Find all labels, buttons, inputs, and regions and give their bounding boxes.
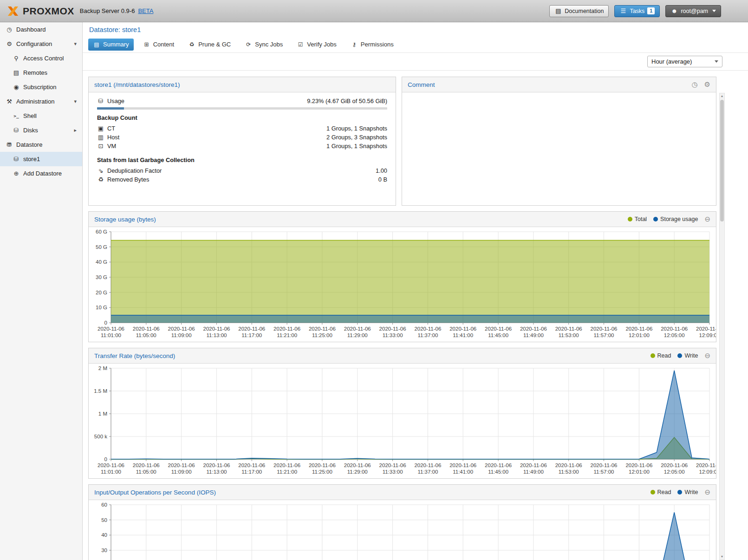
chart-header: Transfer Rate (bytes/second)ReadWrite⊖ [89,348,716,364]
key-icon: ⚲ [13,55,20,62]
sidebar-item-datastore[interactable]: ⛃Datastore [0,137,82,152]
legend-item-write[interactable]: Write [677,489,698,495]
tab-label: Summary [103,41,129,48]
collapse-icon[interactable]: ⊖ [704,352,710,360]
compress-icon: ⇘ [97,167,104,174]
tab-prune-gc[interactable]: ♻ Prune & GC [183,39,235,51]
legend-item-read[interactable]: Read [650,352,671,359]
svg-text:12:01:00: 12:01:00 [629,469,650,475]
svg-text:11:13:00: 11:13:00 [207,332,227,338]
collapse-icon[interactable]: ⊖ [704,215,710,223]
backup-count-heading: Backup Count [97,114,387,121]
svg-text:2020-11-06: 2020-11-06 [238,326,265,332]
sidebar-item-store1[interactable]: ⛁store1 [0,152,82,166]
tasks-count-badge: 1 [647,7,655,14]
svg-text:2020-11-06: 2020-11-06 [379,462,406,468]
svg-text:50: 50 [101,517,107,523]
tab-label: Content [153,41,175,48]
svg-text:2020-11-06: 2020-11-06 [98,462,124,468]
user-menu-button[interactable]: ☻ root@pam [665,5,721,17]
documentation-button[interactable]: ▤ Documentation [549,5,609,17]
sidebar-item-configuration[interactable]: ⚙Configuration▾ [0,37,82,51]
usage-progress-bar [97,107,387,110]
svg-text:2020-11-06: 2020-11-06 [449,462,476,468]
svg-text:1.5 M: 1.5 M [94,388,107,394]
gear-icon[interactable]: ⚙ [704,80,710,89]
sidebar-item-add-datastore[interactable]: ⊕Add Datastore [0,166,82,181]
scroll-up-arrow[interactable]: ▲ [720,93,724,99]
sidebar-item-dashboard[interactable]: ◷Dashboard [0,22,82,37]
cube-icon: ▣ [97,125,104,132]
svg-text:2020-11-06: 2020-11-06 [273,326,300,332]
sidebar: ◷Dashboard⚙Configuration▾⚲Access Control… [0,22,83,560]
sidebar-item-label: store1 [23,156,40,163]
svg-text:11:41:00: 11:41:00 [453,332,473,338]
chart-canvas: 2020-11-0611:01:002020-11-0611:05:002020… [89,500,716,560]
legend-label: Read [657,489,671,495]
svg-text:2020-11-06: 2020-11-06 [203,462,230,468]
book-icon: ▤ [554,7,562,14]
time-range-select[interactable]: Hour (average) [647,56,722,67]
svg-text:11:05:00: 11:05:00 [136,332,156,338]
check-circle-icon: ☑ [297,41,304,48]
svg-text:2020-11-06: 2020-11-06 [379,326,406,332]
tasks-button[interactable]: ☰ Tasks 1 [614,5,660,17]
main-area: Datastore: store1 ▤ Summary ⊞ Content ♻ … [83,22,748,560]
svg-text:12:05:00: 12:05:00 [664,332,685,338]
legend-label: Write [684,489,698,495]
tab-permissions[interactable]: ⚷ Permissions [346,39,398,51]
chevron-down-icon[interactable]: ▾ [74,98,77,104]
svg-text:11:01:00: 11:01:00 [101,469,121,475]
tab-label: Permissions [361,41,394,48]
legend-item-storage-usage[interactable]: Storage usage [653,216,698,222]
topbar-actions: ▤ Documentation ☰ Tasks 1 ☻ root@pam [549,5,748,17]
svg-text:2020-11-06: 2020-11-06 [591,326,618,332]
panel-body: ⛁ Usage 9.23% (4.67 GiB of 50.56 GiB) Ba… [89,92,396,184]
svg-text:2020-11-06: 2020-11-06 [696,326,716,332]
scrollbar-thumb[interactable] [720,100,724,221]
collapse-icon[interactable]: ⊖ [704,488,710,496]
svg-text:11:53:00: 11:53:00 [559,469,579,475]
svg-text:2020-11-06: 2020-11-06 [520,326,547,332]
proxmox-logo: PROXMOX [0,5,74,18]
legend-label: Read [657,352,671,359]
sidebar-item-disks[interactable]: ⛁Disks▸ [0,123,82,137]
legend-item-write[interactable]: Write [677,352,698,359]
tab-sync-jobs[interactable]: ⟳ Sync Jobs [240,39,287,51]
tab-summary[interactable]: ▤ Summary [88,39,134,51]
scroll-down-arrow[interactable]: ▼ [720,554,724,560]
svg-text:11:29:00: 11:29:00 [347,332,368,338]
tab-verify-jobs[interactable]: ☑ Verify Jobs [292,39,341,51]
svg-text:40 G: 40 G [96,259,107,265]
svg-text:10 G: 10 G [96,305,107,310]
content: store1 (/mnt/datastores/store1) ⛁ Usage … [88,77,716,560]
sidebar-item-shell[interactable]: >_Shell [0,109,82,123]
chevron-down-icon[interactable]: ▾ [74,41,77,47]
vertical-scrollbar[interactable]: ▲ ▼ [719,93,725,560]
sidebar-item-label: Datastore [16,141,42,148]
usage-progress-fill [97,107,124,110]
sync-icon: ⟳ [245,41,252,48]
row-value: 1.00 [376,167,387,174]
legend-item-total[interactable]: Total [628,216,647,222]
unlock-icon: ⚷ [351,41,358,48]
row-value: 2 Groups, 3 Snapshots [326,134,387,141]
server-icon: ▤ [13,69,20,76]
tab-content[interactable]: ⊞ Content [138,39,179,51]
clock-icon[interactable]: ◷ [691,80,697,89]
svg-text:2020-11-06: 2020-11-06 [625,462,652,468]
tab-label: Verify Jobs [307,41,337,48]
svg-text:2020-11-06: 2020-11-06 [414,326,441,332]
row-label: Removed Bytes [107,176,149,183]
svg-text:2020-11-06: 2020-11-06 [625,326,652,332]
legend-item-read[interactable]: Read [650,489,671,495]
sidebar-item-remotes[interactable]: ▤Remotes [0,65,82,80]
sidebar-item-access-control[interactable]: ⚲Access Control [0,51,82,65]
beta-link[interactable]: BETA [138,7,153,14]
chevron-right-icon[interactable]: ▸ [74,127,77,133]
svg-text:12:05:00: 12:05:00 [664,469,685,475]
svg-text:11:45:00: 11:45:00 [488,332,508,338]
panel-title: store1 (/mnt/datastores/store1) [94,81,180,88]
sidebar-item-subscription[interactable]: ◉Subscription [0,80,82,94]
sidebar-item-administration[interactable]: ⚒Administration▾ [0,94,82,109]
